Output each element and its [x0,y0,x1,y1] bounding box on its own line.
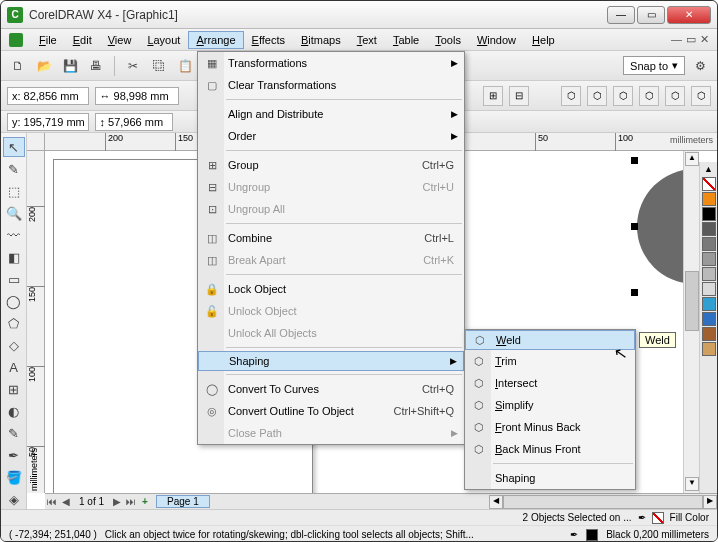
outline-pen-icon[interactable]: ✒ [570,529,578,540]
shaping-item-front-minus-back[interactable]: ⬡Front Minus Back [465,416,635,438]
palette-swatch-10[interactable] [702,327,716,341]
arrange-item-combine[interactable]: ◫CombineCtrl+L [198,227,464,249]
mdi-restore[interactable]: ▭ [686,33,696,46]
menu-edit[interactable]: Edit [65,31,100,49]
close-button[interactable]: ✕ [667,6,711,24]
arrange-item-convert-to-curves[interactable]: ◯Convert To CurvesCtrl+Q [198,378,464,400]
menu-arrange[interactable]: Arrange [188,31,243,49]
shape-btn2[interactable]: ⬡ [587,86,607,106]
palette-swatch-4[interactable] [702,237,716,251]
x-coord[interactable]: x: [7,87,89,105]
open-icon[interactable]: 📂 [33,55,55,77]
paste-icon[interactable]: 📋 [174,55,196,77]
shape-btn1[interactable]: ⬡ [561,86,581,106]
menu-tools[interactable]: Tools [427,31,469,49]
palette-swatch-0[interactable] [702,177,716,191]
ruler-origin[interactable] [27,133,45,151]
height-coord[interactable]: ↕ [95,113,174,131]
y-coord[interactable]: y: [7,113,89,131]
menu-view[interactable]: View [100,31,140,49]
palette-swatch-11[interactable] [702,342,716,356]
y-input[interactable] [24,116,84,128]
rectangle-tool-icon[interactable]: ▭ [3,269,25,289]
fill-swatch[interactable] [652,512,664,524]
mdi-close[interactable]: ✕ [700,33,709,46]
outline-swatch[interactable] [586,529,598,541]
shaping-item-shaping[interactable]: Shaping [465,467,635,489]
align-btn2[interactable]: ⊟ [509,86,529,106]
minimize-button[interactable]: — [607,6,635,24]
ellipse-tool-icon[interactable]: ◯ [3,291,25,311]
w-input[interactable] [114,90,174,102]
arrange-item-align-and-distribute[interactable]: Align and Distribute▶ [198,103,464,125]
fill-tool-icon[interactable]: 🪣 [3,467,25,487]
fill-pen-icon[interactable]: ✒ [638,512,646,523]
blend-tool-icon[interactable]: ◐ [3,401,25,421]
outline-tool-icon[interactable]: ✒ [3,445,25,465]
menu-help[interactable]: Help [524,31,563,49]
shaping-item-intersect[interactable]: ⬡Intersect [465,372,635,394]
sel-handle-nw[interactable] [631,157,638,164]
arrange-item-clear-transformations[interactable]: ▢Clear Transformations [198,74,464,96]
new-icon[interactable]: 🗋 [7,55,29,77]
basic-shapes-icon[interactable]: ◇ [3,335,25,355]
palette-swatch-1[interactable] [702,192,716,206]
next-page-icon[interactable]: ▶ [110,496,124,507]
align-btn1[interactable]: ⊞ [483,86,503,106]
cut-icon[interactable]: ✂ [122,55,144,77]
vertical-ruler[interactable]: 20015010050 [27,151,45,493]
palette-swatch-3[interactable] [702,222,716,236]
menu-text[interactable]: Text [349,31,385,49]
crop-tool-icon[interactable]: ⬚ [3,181,25,201]
arrange-item-group[interactable]: ⊞GroupCtrl+G [198,154,464,176]
menu-table[interactable]: Table [385,31,427,49]
arrange-item-transformations[interactable]: ▦Transformations▶ [198,52,464,74]
width-coord[interactable]: ↔ [95,87,179,105]
zoom-tool-icon[interactable]: 🔍 [3,203,25,223]
menu-bitmaps[interactable]: Bitmaps [293,31,349,49]
freehand-tool-icon[interactable]: 〰 [3,225,25,245]
shape-btn3[interactable]: ⬡ [613,86,633,106]
hscroll-left-icon[interactable]: ◀ [489,495,503,509]
palette-swatch-9[interactable] [702,312,716,326]
arrange-item-order[interactable]: Order▶ [198,125,464,147]
add-page-icon[interactable]: + [138,496,152,507]
palette-swatch-7[interactable] [702,282,716,296]
palette-swatch-8[interactable] [702,297,716,311]
text-tool-icon[interactable]: A [3,357,25,377]
menu-layout[interactable]: Layout [139,31,188,49]
shaping-item-trim[interactable]: ⬡Trim [465,350,635,372]
save-icon[interactable]: 💾 [59,55,81,77]
shaping-item-simplify[interactable]: ⬡Simplify [465,394,635,416]
scroll-up-icon[interactable]: ▲ [685,152,699,166]
smartfill-tool-icon[interactable]: ◧ [3,247,25,267]
shape-btn4[interactable]: ⬡ [639,86,659,106]
palette-up-icon[interactable]: ▲ [702,162,715,176]
maximize-button[interactable]: ▭ [637,6,665,24]
table-tool-icon[interactable]: ⊞ [3,379,25,399]
palette-swatch-2[interactable] [702,207,716,221]
prev-page-icon[interactable]: ◀ [59,496,73,507]
vertical-scrollbar[interactable]: ▲ ▼ [683,151,699,493]
mdi-minimize[interactable]: — [671,33,682,46]
shaping-item-back-minus-front[interactable]: ⬡Back Minus Front [465,438,635,460]
vscroll-thumb[interactable] [685,271,699,331]
arrange-item-lock-object[interactable]: 🔒Lock Object [198,278,464,300]
menu-effects[interactable]: Effects [244,31,293,49]
eyedropper-icon[interactable]: ✎ [3,423,25,443]
sel-handle-sw[interactable] [631,289,638,296]
scroll-down-icon[interactable]: ▼ [685,477,699,491]
snap-dropdown[interactable]: Snap to▾ [623,56,685,75]
page-tab[interactable]: Page 1 [156,495,210,508]
polygon-tool-icon[interactable]: ⬠ [3,313,25,333]
menu-file[interactable]: File [31,31,65,49]
arrange-item-convert-outline-to-object[interactable]: ◎Convert Outline To ObjectCtrl+Shift+Q [198,400,464,422]
palette-swatch-5[interactable] [702,252,716,266]
hscroll-track[interactable] [503,495,703,509]
x-input[interactable] [24,90,84,102]
shape-btn6[interactable]: ⬡ [691,86,711,106]
interactive-fill-icon[interactable]: ◈ [3,489,25,509]
last-page-icon[interactable]: ⏭ [124,496,138,507]
hscroll-right-icon[interactable]: ▶ [703,495,717,509]
pick-tool-icon[interactable]: ↖ [3,137,25,157]
